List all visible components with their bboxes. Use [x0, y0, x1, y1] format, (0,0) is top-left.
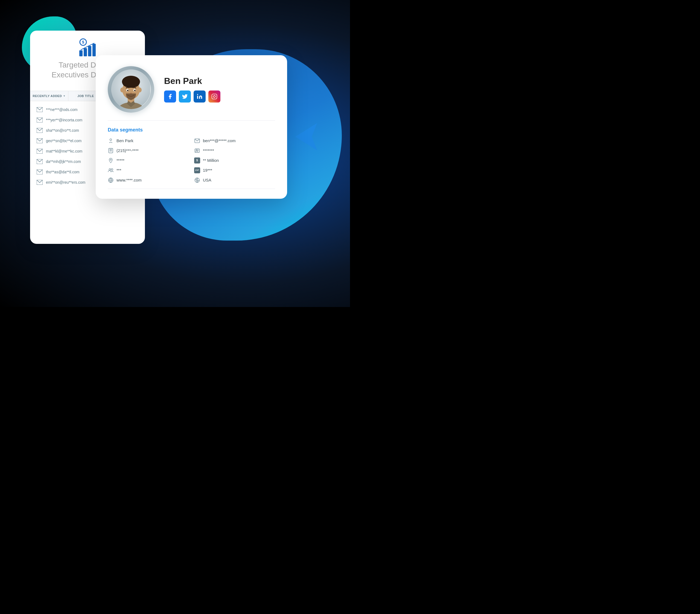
field-employees: ***: [108, 167, 189, 173]
field-zip: ZIP 19***: [194, 167, 275, 173]
email-icon: [37, 180, 43, 185]
email-text: geo**sn@bc**el.com: [46, 139, 82, 143]
phone-icon: [108, 148, 114, 154]
email-text: sha**on@ro**t.com: [46, 128, 79, 133]
email-icon: [37, 107, 43, 112]
email-icon: [37, 170, 43, 174]
svg-rect-31: [212, 94, 217, 99]
facebook-icon[interactable]: [164, 90, 176, 102]
svg-point-30: [197, 94, 198, 95]
email-text: ***yer**@incorta.com: [46, 118, 82, 122]
svg-rect-5: [88, 46, 91, 56]
social-links: [164, 90, 275, 102]
field-email: ben***@*****.com: [194, 138, 275, 144]
filter-recently-added[interactable]: RECENTLY ADDED ▼: [30, 91, 68, 101]
globe-icon: [194, 177, 200, 183]
field-name: Ben Park: [108, 138, 189, 144]
email-text: mat**kl@me**kc.com: [46, 149, 82, 153]
email-icon: [37, 128, 43, 133]
field-name-value: Ben Park: [116, 138, 134, 143]
email-icon: [37, 159, 43, 164]
field-id-value: *******: [203, 148, 214, 153]
field-country-value: USA: [203, 178, 211, 182]
field-phone: (215)***-****: [108, 148, 189, 154]
id-icon: [194, 148, 200, 154]
field-zip-value: 19***: [203, 168, 212, 173]
person-image: [112, 70, 150, 109]
field-revenue: $ ** Million: [194, 158, 275, 163]
email-icon: [194, 138, 200, 144]
field-location: *****: [108, 158, 189, 163]
filter-label: RECENTLY ADDED: [33, 94, 62, 98]
field-employees-value: ***: [116, 168, 122, 173]
field-website: www.****.com: [108, 177, 189, 183]
avatar-ring: [108, 66, 154, 113]
group-icon: [108, 167, 114, 173]
svg-rect-29: [197, 96, 198, 99]
svg-point-33: [110, 139, 112, 140]
email-text: da**mh@jk**rm.com: [46, 159, 81, 164]
svg-point-44: [109, 168, 111, 170]
chevron-down-icon: ▼: [63, 95, 65, 97]
svg-rect-3: [79, 50, 83, 56]
email-text: tho**as@da**il.com: [46, 170, 79, 174]
svg-point-22: [120, 87, 124, 92]
profile-card: Ben Park Data segmen: [96, 55, 287, 199]
svg-point-26: [127, 90, 128, 91]
svg-point-45: [111, 168, 113, 170]
field-email-value: ben***@*****.com: [203, 138, 235, 143]
web-icon: [108, 177, 114, 183]
zip-badge-icon: ZIP: [194, 167, 200, 173]
bottom-divider: [108, 189, 275, 189]
svg-point-43: [110, 159, 111, 160]
email-icon: [37, 138, 43, 143]
svg-point-23: [138, 87, 142, 92]
email-icon: [37, 149, 43, 154]
field-location-value: *****: [116, 158, 124, 163]
dollar-badge-icon: $: [194, 158, 200, 163]
linkedin-icon[interactable]: [193, 90, 205, 102]
email-icon: [37, 117, 43, 123]
profile-info: Ben Park: [164, 76, 275, 102]
field-phone-value: (215)***-****: [116, 148, 139, 153]
field-website-value: www.****.com: [116, 178, 142, 182]
email-text: ***ne***@ods.com: [46, 108, 77, 112]
svg-point-27: [134, 90, 136, 91]
data-segments-label: Data segments: [108, 127, 275, 133]
field-id: *******: [194, 148, 275, 154]
email-text: emi**on@reu**ers.com: [46, 180, 85, 185]
svg-point-21: [123, 79, 139, 88]
field-revenue-value: ** Million: [203, 158, 219, 163]
person-icon: [108, 138, 114, 144]
instagram-icon[interactable]: [208, 90, 221, 102]
location-icon: [108, 158, 114, 163]
svg-text:$: $: [82, 40, 84, 44]
avatar: [111, 70, 151, 109]
twitter-icon[interactable]: [179, 90, 191, 102]
filter-label: JOB TITLE: [77, 94, 94, 98]
profile-name: Ben Park: [164, 76, 275, 86]
profile-header: Ben Park: [108, 66, 275, 121]
field-country: USA: [194, 177, 275, 183]
svg-rect-4: [84, 48, 87, 56]
data-fields-grid: Ben Park ben***@*****.com (215)***-****: [108, 138, 275, 183]
svg-rect-6: [92, 44, 96, 56]
chart-icon: $: [78, 38, 97, 58]
